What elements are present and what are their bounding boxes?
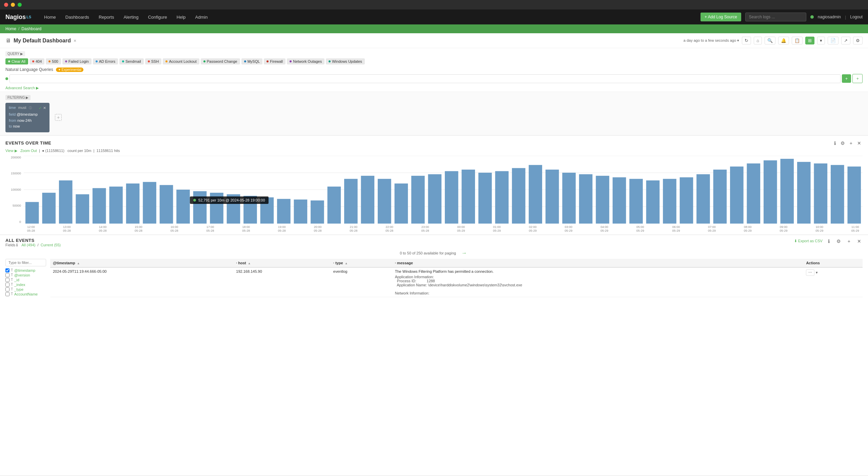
file-button[interactable]: 📄 [828, 37, 839, 44]
field-index-checkbox[interactable] [5, 283, 9, 287]
layout-dropdown[interactable]: ▾ [817, 37, 825, 44]
svg-rect-9 [109, 187, 123, 224]
field-id-checkbox[interactable] [5, 278, 9, 282]
col-timestamp[interactable]: @timestamp ▲ [50, 259, 233, 267]
nav-admin[interactable]: Admin [191, 9, 213, 24]
nav-alerting[interactable]: Alerting [119, 9, 143, 24]
nl-add-button[interactable]: + [842, 74, 851, 83]
chip-firewall[interactable]: Firewall [264, 58, 285, 64]
query-label[interactable]: QUERY ▶ [5, 51, 25, 56]
nav-reports[interactable]: Reports [94, 9, 119, 24]
clear-all-button[interactable]: Clear All [5, 58, 28, 64]
chart-interval: count per 10m [67, 149, 91, 153]
refresh-button[interactable]: ↻ [742, 37, 751, 44]
settings-button[interactable]: ⚙ [853, 37, 863, 44]
col-host[interactable]: · host ▲ [233, 259, 330, 267]
nav-home[interactable]: Home [39, 9, 61, 24]
add-filter-button[interactable]: + [55, 114, 62, 121]
field-accountname-checkbox[interactable] [5, 292, 9, 296]
nav-configure[interactable]: Configure [143, 9, 172, 24]
field-filter-input[interactable] [5, 259, 46, 266]
chip-404[interactable]: 404 [29, 58, 44, 64]
chip-mysql[interactable]: MySQL [241, 58, 263, 64]
search-button[interactable]: 🔍 [765, 37, 775, 44]
chart-controls: ℹ ⚙ + ✕ [833, 140, 863, 147]
home-button[interactable]: ⌂ [754, 37, 762, 44]
chip-500[interactable]: 500 [46, 58, 61, 64]
share-button[interactable]: ↗ [841, 37, 850, 44]
chart-zoom-link[interactable]: Zoom Out [20, 149, 37, 153]
chip-ad-errors[interactable]: AD Errors [93, 58, 118, 64]
search-input[interactable] [745, 13, 806, 21]
col-type[interactable]: · type ▲ [331, 259, 392, 267]
events-info-button[interactable]: ℹ [827, 238, 831, 245]
nl-query-input[interactable] [9, 74, 841, 83]
svg-rect-22 [328, 187, 341, 224]
advanced-search-toggle[interactable]: Advanced Search ▶ [5, 84, 863, 92]
svg-rect-14 [193, 191, 207, 223]
dot-network-outages [290, 60, 292, 62]
field-timestamp-checkbox[interactable] [5, 268, 9, 272]
events-settings-button[interactable]: ⚙ [835, 238, 842, 245]
filter-card-close[interactable]: ✕ [43, 106, 46, 110]
dot-firewall [267, 60, 269, 62]
events-table-container: @timestamp ▲ · host ▲ · type ▲ · message… [50, 259, 863, 297]
export-csv-button[interactable]: ⬇ Export as CSV [794, 239, 823, 243]
chip-network-outages[interactable]: Network Outages [287, 58, 324, 64]
grid-button[interactable]: ⊞ [805, 37, 814, 44]
field-type-checkbox[interactable] [5, 287, 9, 291]
nl-dot [5, 77, 8, 80]
user-menu[interactable]: nagiosadmin [818, 15, 841, 19]
bell-button[interactable]: 🔔 [778, 37, 789, 44]
events-add-button[interactable]: + [846, 238, 852, 245]
svg-rect-37 [579, 174, 593, 223]
nav-help[interactable]: Help [172, 9, 191, 24]
dashboard-icon: 🖥 [5, 38, 11, 44]
action-chevron[interactable]: ▾ [816, 270, 818, 275]
logout-link[interactable]: Logout [850, 15, 863, 19]
clipboard-button[interactable]: 📋 [792, 37, 803, 44]
chip-password-change[interactable]: Password Change [201, 58, 240, 64]
chip-failed-login[interactable]: Failed Login [62, 58, 92, 64]
svg-rect-53 [847, 167, 861, 224]
action-expand-button[interactable]: ⋯ [806, 269, 814, 276]
add-log-source-button[interactable]: + Add Log Source [701, 13, 741, 21]
pagination-next[interactable]: → [460, 249, 468, 258]
chip-sendmail[interactable]: Sendmail [119, 58, 144, 64]
traffic-light-yellow[interactable] [11, 3, 15, 7]
svg-rect-6 [59, 180, 73, 224]
field-version-checkbox[interactable] [5, 273, 9, 277]
dot-404 [32, 60, 34, 62]
chart-close-button[interactable]: ✕ [856, 140, 863, 147]
chart-meta: View ▶ Zoom Out | ● (11158611) count per… [5, 149, 863, 153]
time-range[interactable]: a day ago to a few seconds ago ▾ [684, 38, 739, 43]
events-over-time-section: EVENTS OVER TIME ℹ ⚙ + ✕ View ▶ Zoom Out… [0, 135, 868, 234]
svg-rect-18 [260, 197, 274, 224]
chip-account-lockout[interactable]: Account Lockout [163, 58, 199, 64]
breadcrumb-home[interactable]: Home [5, 26, 16, 31]
nl-extra-button[interactable]: + [852, 74, 863, 83]
chip-windows-updates[interactable]: Windows Updates [326, 58, 365, 64]
events-close-button[interactable]: ✕ [856, 238, 863, 245]
svg-rect-50 [797, 162, 811, 224]
nav-dashboards[interactable]: Dashboards [61, 9, 94, 24]
svg-rect-17 [243, 196, 257, 224]
chart-info-button[interactable]: ℹ [833, 140, 837, 147]
chip-ssh[interactable]: SSH [145, 58, 162, 64]
svg-rect-46 [730, 167, 744, 224]
traffic-light-green[interactable] [18, 3, 22, 7]
filter-card-confirm[interactable]: ✓ [39, 106, 42, 110]
navbar-right: + Add Log Source nagiosadmin | Logout [701, 13, 863, 21]
svg-rect-8 [93, 188, 106, 224]
filtering-label[interactable]: FILTERING ▶ [5, 95, 31, 100]
events-table-right: ⬇ Export as CSV ℹ ⚙ + ✕ [794, 238, 863, 245]
table-body: 2024-05-29T11:19:44.666-05:00 192.168.14… [50, 267, 863, 297]
close-tab-button[interactable]: × [74, 38, 76, 43]
chart-view-link[interactable]: View ▶ [5, 149, 17, 153]
events-chart-title: EVENTS OVER TIME [5, 140, 51, 146]
col-message[interactable]: · message [392, 259, 804, 267]
chart-settings-button[interactable]: ⚙ [839, 140, 846, 147]
chart-add-button[interactable]: + [848, 140, 854, 147]
traffic-light-red[interactable] [4, 3, 8, 7]
experimental-badge: ✦ Experimental [56, 68, 83, 72]
